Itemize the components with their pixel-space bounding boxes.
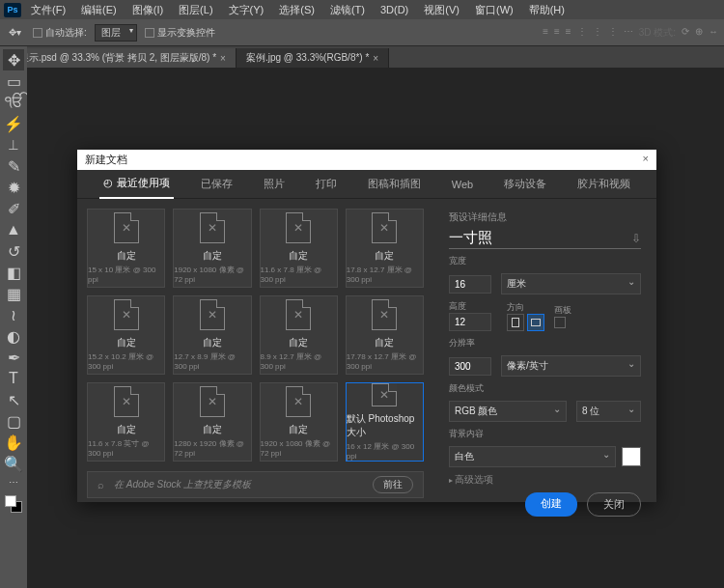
marquee-tool[interactable]: ▭ bbox=[3, 70, 24, 92]
background-swatch[interactable] bbox=[622, 447, 641, 466]
3d-icon[interactable]: ⊕ bbox=[695, 26, 703, 40]
advanced-options-toggle[interactable]: 高级选项 bbox=[449, 473, 641, 487]
toolbox: ✥ ▭ ੴ ⚡ ⟂ ✎ ✹ ✐ ▲ ↺ ◧ ▦ ≀ ◐ ✒ T ↖ ▢ ✋ 🔍 … bbox=[0, 46, 27, 588]
go-button[interactable]: 前往 bbox=[373, 476, 413, 493]
preset-item[interactable]: 自定12.7 x 8.9 厘米 @ 300 ppi bbox=[173, 295, 251, 375]
preset-item[interactable]: 自定17.78 x 12.7 厘米 @ 300 ppi bbox=[346, 295, 424, 375]
preset-item[interactable]: 自定1920 x 1080 像素 @ 72 ppi bbox=[260, 382, 338, 462]
preset-item[interactable]: 自定11.6 x 7.8 厘米 @ 300 ppi bbox=[260, 209, 338, 288]
align-icon[interactable]: ⋮ bbox=[593, 26, 602, 40]
brush-tool[interactable]: ✐ bbox=[3, 198, 24, 219]
path-tool[interactable]: ↖ bbox=[3, 389, 24, 410]
resolution-unit-select[interactable]: 像素/英寸 bbox=[501, 355, 641, 377]
menu-file[interactable]: 文件(F) bbox=[25, 1, 71, 19]
auto-select-target[interactable]: 图层 bbox=[95, 24, 137, 42]
blur-tool[interactable]: ≀ bbox=[3, 304, 24, 325]
align-icon[interactable]: ⋮ bbox=[577, 26, 587, 40]
preset-name: 默认 Photoshop 大小 bbox=[347, 412, 423, 439]
stamp-tool[interactable]: ▲ bbox=[3, 219, 24, 240]
3d-icon[interactable]: ⟳ bbox=[682, 26, 689, 40]
tab-mobile[interactable]: 移动设备 bbox=[500, 170, 550, 198]
height-input[interactable] bbox=[449, 313, 491, 331]
menu-type[interactable]: 文字(Y) bbox=[223, 1, 270, 19]
tab-saved[interactable]: 已保存 bbox=[197, 170, 237, 198]
preset-item[interactable]: 自定1280 x 1920 像素 @ 72 ppi bbox=[173, 382, 251, 462]
document-icon bbox=[286, 386, 311, 417]
bit-depth-select[interactable]: 8 位 bbox=[576, 401, 641, 422]
save-preset-icon[interactable]: ⇩ bbox=[631, 232, 641, 245]
background-select[interactable]: 白色 bbox=[449, 446, 616, 467]
type-tool[interactable]: T bbox=[3, 368, 24, 389]
preset-item[interactable]: 默认 Photoshop 大小16 x 12 厘米 @ 300 ppi bbox=[346, 382, 424, 462]
menu-edit[interactable]: 编辑(E) bbox=[75, 1, 123, 19]
tab-photo[interactable]: 照片 bbox=[260, 170, 289, 198]
width-unit-select[interactable]: 厘米 bbox=[501, 273, 641, 294]
menu-help[interactable]: 帮助(H) bbox=[523, 1, 571, 19]
orientation-portrait[interactable] bbox=[507, 314, 524, 331]
history-brush-tool[interactable]: ↺ bbox=[3, 240, 24, 262]
close-icon[interactable]: × bbox=[643, 153, 649, 167]
document-tab[interactable]: 案例.jpg @ 33.3%(RGB/8*) * × bbox=[237, 48, 389, 68]
tab-print[interactable]: 打印 bbox=[312, 170, 341, 198]
fg-color[interactable] bbox=[5, 495, 16, 507]
preset-item[interactable]: 自定15.2 x 10.2 厘米 @ 300 ppi bbox=[87, 295, 165, 375]
eyedropper-tool[interactable]: ✎ bbox=[3, 155, 24, 177]
tab-recent[interactable]: ◴最近使用项 bbox=[99, 169, 174, 199]
preset-item[interactable]: 自定1920 x 1080 像素 @ 72 ppi bbox=[173, 209, 251, 288]
menu-window[interactable]: 窗口(W) bbox=[469, 1, 519, 19]
preset-item[interactable]: 自定11.6 x 7.8 英寸 @ 300 ppi bbox=[87, 382, 165, 462]
align-icon[interactable]: ≡ bbox=[543, 26, 548, 40]
preset-item[interactable]: 自定8.9 x 12.7 厘米 @ 300 ppi bbox=[260, 295, 338, 375]
document-icon bbox=[200, 212, 225, 243]
healing-tool[interactable]: ✹ bbox=[3, 177, 24, 198]
dodge-tool[interactable]: ◐ bbox=[3, 325, 24, 347]
auto-select-checkbox[interactable] bbox=[33, 28, 42, 38]
move-tool[interactable]: ✥ bbox=[3, 49, 24, 70]
crop-tool[interactable]: ⟂ bbox=[3, 134, 24, 155]
align-icon[interactable]: ⋯ bbox=[624, 26, 633, 40]
3d-icon[interactable]: ↔ bbox=[709, 26, 718, 40]
menu-view[interactable]: 视图(V) bbox=[418, 1, 465, 19]
close-icon[interactable]: × bbox=[373, 53, 378, 64]
menu-filter[interactable]: 滤镜(T) bbox=[324, 1, 371, 19]
hand-tool[interactable]: ✋ bbox=[3, 432, 24, 453]
align-icon[interactable]: ≡ bbox=[566, 26, 571, 40]
menu-image[interactable]: 图像(I) bbox=[126, 1, 169, 19]
artboard-checkbox[interactable] bbox=[554, 317, 566, 328]
zoom-tool[interactable]: 🔍 bbox=[3, 453, 24, 474]
width-input[interactable] bbox=[449, 275, 491, 294]
magic-wand-tool[interactable]: ⚡ bbox=[3, 113, 24, 134]
height-label: 高度 bbox=[449, 300, 497, 313]
pen-tool[interactable]: ✒ bbox=[3, 347, 24, 368]
shape-tool[interactable]: ▢ bbox=[3, 410, 24, 432]
menu-layer[interactable]: 图层(L) bbox=[173, 1, 218, 19]
create-button[interactable]: 创建 bbox=[525, 492, 577, 517]
dialog-titlebar: 新建文档 × bbox=[77, 150, 656, 170]
lasso-tool[interactable]: ੴ bbox=[3, 92, 24, 113]
resolution-label: 分辨率 bbox=[449, 337, 641, 350]
document-name-input[interactable] bbox=[449, 230, 631, 246]
close-icon[interactable]: × bbox=[220, 53, 226, 64]
align-icon[interactable]: ≡ bbox=[554, 26, 560, 40]
resolution-input[interactable] bbox=[449, 357, 491, 376]
preset-item[interactable]: 自定17.8 x 12.7 厘米 @ 300 ppi bbox=[346, 209, 424, 288]
stock-search-input[interactable]: 在 Adobe Stock 上查找更多模板 bbox=[114, 478, 363, 491]
orientation-landscape[interactable] bbox=[527, 314, 544, 331]
color-swatches[interactable] bbox=[5, 495, 22, 513]
tab-art[interactable]: 图稿和插图 bbox=[364, 170, 425, 198]
preset-name: 自定 bbox=[375, 249, 394, 263]
eraser-tool[interactable]: ◧ bbox=[3, 262, 24, 283]
edit-toolbar[interactable]: ⋯ bbox=[3, 474, 24, 490]
color-mode-select[interactable]: RGB 颜色 bbox=[449, 401, 567, 422]
close-button[interactable]: 关闭 bbox=[587, 492, 641, 517]
tab-film[interactable]: 胶片和视频 bbox=[573, 170, 634, 198]
show-transform-checkbox[interactable] bbox=[145, 28, 154, 38]
gradient-tool[interactable]: ▦ bbox=[3, 283, 24, 304]
preset-item[interactable]: 自定15 x 10 厘米 @ 300 ppi bbox=[87, 209, 165, 288]
menu-3d[interactable]: 3D(D) bbox=[375, 2, 414, 17]
document-tab[interactable]: 目显示.psd @ 33.3% (背景 拷贝 2, 图层蒙版/8) * × bbox=[0, 48, 237, 68]
artboard-label: 画板 bbox=[554, 304, 581, 317]
tab-web[interactable]: Web bbox=[448, 172, 477, 197]
menu-select[interactable]: 选择(S) bbox=[273, 1, 320, 19]
align-icon[interactable]: ⋮ bbox=[608, 26, 618, 40]
